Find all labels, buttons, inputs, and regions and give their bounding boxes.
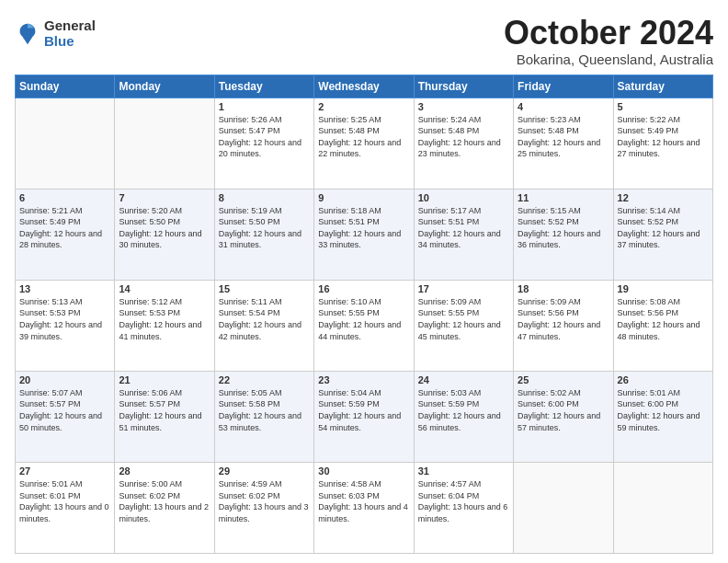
table-row: 29Sunrise: 4:59 AM Sunset: 6:02 PM Dayli… (214, 462, 313, 553)
day-info: Sunrise: 4:58 AM Sunset: 6:03 PM Dayligh… (318, 478, 409, 524)
logo-general-text: General (44, 18, 96, 34)
table-row: 20Sunrise: 5:07 AM Sunset: 5:57 PM Dayli… (16, 371, 115, 462)
table-row: 1Sunrise: 5:26 AM Sunset: 5:47 PM Daylig… (214, 98, 313, 189)
col-saturday: Saturday (613, 75, 712, 98)
col-friday: Friday (514, 75, 613, 98)
day-number: 29 (219, 465, 310, 477)
logo-icon (15, 21, 40, 47)
day-number: 5 (618, 101, 709, 112)
table-row (613, 462, 712, 553)
table-row: 19Sunrise: 5:08 AM Sunset: 5:56 PM Dayli… (613, 280, 712, 371)
calendar-header: Sunday Monday Tuesday Wednesday Thursday… (16, 75, 713, 98)
day-number: 4 (518, 101, 609, 112)
table-row: 16Sunrise: 5:10 AM Sunset: 5:55 PM Dayli… (314, 280, 414, 371)
day-number: 2 (318, 101, 409, 112)
day-number: 21 (119, 374, 210, 385)
table-row: 24Sunrise: 5:03 AM Sunset: 5:59 PM Dayli… (414, 371, 513, 462)
day-info: Sunrise: 5:01 AM Sunset: 6:00 PM Dayligh… (618, 387, 709, 433)
day-number: 15 (219, 283, 310, 294)
table-row (115, 98, 214, 189)
day-info: Sunrise: 5:15 AM Sunset: 5:52 PM Dayligh… (518, 205, 609, 251)
table-row: 21Sunrise: 5:06 AM Sunset: 5:57 PM Dayli… (115, 371, 214, 462)
logo: General Blue (15, 18, 96, 49)
day-number: 20 (19, 374, 110, 385)
table-row: 3Sunrise: 5:24 AM Sunset: 5:48 PM Daylig… (414, 98, 513, 189)
day-info: Sunrise: 5:09 AM Sunset: 5:56 PM Dayligh… (518, 296, 609, 342)
table-row: 7Sunrise: 5:20 AM Sunset: 5:50 PM Daylig… (115, 189, 214, 280)
day-number: 9 (318, 192, 409, 203)
day-info: Sunrise: 5:20 AM Sunset: 5:50 PM Dayligh… (119, 205, 210, 251)
table-row: 28Sunrise: 5:00 AM Sunset: 6:02 PM Dayli… (115, 462, 214, 553)
table-row: 31Sunrise: 4:57 AM Sunset: 6:04 PM Dayli… (414, 462, 513, 553)
day-number: 17 (418, 283, 509, 294)
table-row: 12Sunrise: 5:14 AM Sunset: 5:52 PM Dayli… (613, 189, 712, 280)
day-info: Sunrise: 5:11 AM Sunset: 5:54 PM Dayligh… (219, 296, 310, 342)
day-number: 6 (19, 192, 110, 203)
day-info: Sunrise: 5:19 AM Sunset: 5:50 PM Dayligh… (219, 205, 310, 251)
table-row: 23Sunrise: 5:04 AM Sunset: 5:59 PM Dayli… (314, 371, 414, 462)
col-thursday: Thursday (414, 75, 513, 98)
day-number: 8 (219, 192, 310, 203)
location: Bokarina, Queensland, Australia (504, 52, 713, 67)
day-info: Sunrise: 5:06 AM Sunset: 5:57 PM Dayligh… (119, 387, 210, 433)
table-row: 25Sunrise: 5:02 AM Sunset: 6:00 PM Dayli… (514, 371, 613, 462)
day-info: Sunrise: 5:25 AM Sunset: 5:48 PM Dayligh… (318, 114, 409, 160)
table-row: 2Sunrise: 5:25 AM Sunset: 5:48 PM Daylig… (314, 98, 414, 189)
table-row (16, 98, 115, 189)
day-info: Sunrise: 5:21 AM Sunset: 5:49 PM Dayligh… (19, 205, 110, 251)
table-row: 13Sunrise: 5:13 AM Sunset: 5:53 PM Dayli… (16, 280, 115, 371)
day-info: Sunrise: 5:08 AM Sunset: 5:56 PM Dayligh… (618, 296, 709, 342)
col-wednesday: Wednesday (314, 75, 414, 98)
day-info: Sunrise: 5:10 AM Sunset: 5:55 PM Dayligh… (318, 296, 409, 342)
day-info: Sunrise: 5:03 AM Sunset: 5:59 PM Dayligh… (418, 387, 509, 433)
table-row: 18Sunrise: 5:09 AM Sunset: 5:56 PM Dayli… (514, 280, 613, 371)
table-row: 17Sunrise: 5:09 AM Sunset: 5:55 PM Dayli… (414, 280, 513, 371)
table-row: 4Sunrise: 5:23 AM Sunset: 5:48 PM Daylig… (514, 98, 613, 189)
day-number: 31 (418, 465, 509, 477)
day-info: Sunrise: 5:07 AM Sunset: 5:57 PM Dayligh… (19, 387, 110, 433)
page: General Blue October 2024 Bokarina, Quee… (0, 0, 728, 563)
calendar-body: 1Sunrise: 5:26 AM Sunset: 5:47 PM Daylig… (16, 98, 713, 553)
table-row: 26Sunrise: 5:01 AM Sunset: 6:00 PM Dayli… (613, 371, 712, 462)
table-row: 27Sunrise: 5:01 AM Sunset: 6:01 PM Dayli… (16, 462, 115, 553)
table-row: 9Sunrise: 5:18 AM Sunset: 5:51 PM Daylig… (314, 189, 414, 280)
day-info: Sunrise: 5:00 AM Sunset: 6:02 PM Dayligh… (119, 478, 210, 524)
day-info: Sunrise: 5:09 AM Sunset: 5:55 PM Dayligh… (418, 296, 509, 342)
logo-blue-text: Blue (44, 34, 96, 50)
day-info: Sunrise: 5:18 AM Sunset: 5:51 PM Dayligh… (318, 205, 409, 251)
table-row (514, 462, 613, 553)
day-number: 11 (518, 192, 609, 203)
day-info: Sunrise: 5:14 AM Sunset: 5:52 PM Dayligh… (618, 205, 709, 251)
day-number: 23 (318, 374, 409, 385)
day-number: 12 (618, 192, 709, 203)
title-block: October 2024 Bokarina, Queensland, Austr… (504, 15, 713, 67)
calendar: Sunday Monday Tuesday Wednesday Thursday… (15, 75, 713, 554)
day-number: 27 (19, 465, 110, 477)
day-number: 19 (618, 283, 709, 294)
day-info: Sunrise: 4:59 AM Sunset: 6:02 PM Dayligh… (219, 478, 310, 524)
day-info: Sunrise: 5:02 AM Sunset: 6:00 PM Dayligh… (518, 387, 609, 433)
day-info: Sunrise: 5:26 AM Sunset: 5:47 PM Dayligh… (219, 114, 310, 160)
header-row: Sunday Monday Tuesday Wednesday Thursday… (16, 75, 713, 98)
logo-text: General Blue (44, 18, 96, 49)
day-number: 7 (119, 192, 210, 203)
day-info: Sunrise: 5:17 AM Sunset: 5:51 PM Dayligh… (418, 205, 509, 251)
table-row: 30Sunrise: 4:58 AM Sunset: 6:03 PM Dayli… (314, 462, 414, 553)
day-info: Sunrise: 4:57 AM Sunset: 6:04 PM Dayligh… (418, 478, 509, 524)
day-number: 18 (518, 283, 609, 294)
day-info: Sunrise: 5:12 AM Sunset: 5:53 PM Dayligh… (119, 296, 210, 342)
col-sunday: Sunday (16, 75, 115, 98)
day-number: 30 (318, 465, 409, 477)
table-row: 11Sunrise: 5:15 AM Sunset: 5:52 PM Dayli… (514, 189, 613, 280)
day-number: 22 (219, 374, 310, 385)
day-number: 14 (119, 283, 210, 294)
col-tuesday: Tuesday (214, 75, 313, 98)
day-number: 13 (19, 283, 110, 294)
table-row: 15Sunrise: 5:11 AM Sunset: 5:54 PM Dayli… (214, 280, 313, 371)
day-info: Sunrise: 5:01 AM Sunset: 6:01 PM Dayligh… (19, 478, 110, 524)
day-number: 26 (618, 374, 709, 385)
table-row: 8Sunrise: 5:19 AM Sunset: 5:50 PM Daylig… (214, 189, 313, 280)
table-row: 10Sunrise: 5:17 AM Sunset: 5:51 PM Dayli… (414, 189, 513, 280)
day-number: 24 (418, 374, 509, 385)
day-info: Sunrise: 5:13 AM Sunset: 5:53 PM Dayligh… (19, 296, 110, 342)
